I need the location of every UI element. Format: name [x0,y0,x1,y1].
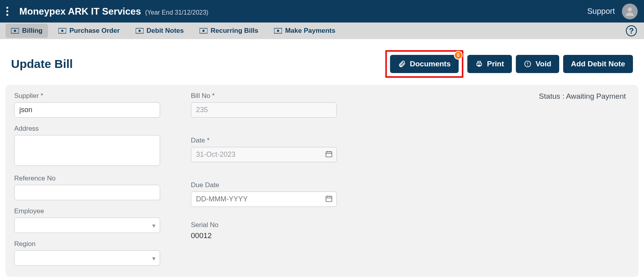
add-debit-note-button[interactable]: Add Debit Note [563,55,633,73]
field-reference-no: Reference No [14,175,180,200]
address-label: Address [14,125,180,133]
svg-rect-12 [478,61,480,63]
address-input[interactable] [14,135,160,166]
field-region: Region ▾ [14,240,180,266]
svg-rect-13 [478,65,480,67]
employee-label: Employee [14,207,180,215]
tab-make-payments[interactable]: Make Payments [269,24,341,38]
tab-debit-notes[interactable]: Debit Notes [130,24,189,38]
app-title-wrap: Moneypex ARK IT Services (Year End 31/12… [19,6,208,17]
serial-no-label: Serial No [191,221,357,229]
tab-label: Recurring Bills [211,27,258,35]
app-year-end: (Year End 31/12/2023) [145,9,208,16]
page: Update Bill Documents 0 Print [0,39,644,278]
button-label: Add Debit Note [571,60,625,68]
avatar[interactable] [622,4,638,19]
svg-point-8 [202,30,204,32]
serial-no-value: 00012 [191,231,357,240]
support-link[interactable]: Support [587,7,615,16]
page-header: Update Bill Documents 0 Print [6,43,638,85]
bill-icon [11,28,19,34]
help-icon[interactable]: ? [626,25,637,36]
void-button[interactable]: Void [516,55,559,73]
field-serial-no: Serial No 00012 [191,221,357,240]
reference-no-label: Reference No [14,175,180,182]
tab-purchase-order[interactable]: Purchase Order [53,24,125,38]
status-text: Status : Awaiting Payment [368,92,626,101]
field-employee: Employee ▾ [14,207,180,233]
field-due-date: Due Date [191,181,357,207]
action-buttons: Documents 0 Print Void [385,50,633,78]
date-input[interactable] [191,147,337,162]
user-icon [624,6,636,17]
supplier-label: Supplier * [14,92,180,100]
region-label: Region [14,240,180,248]
status-label: Status : [539,92,566,100]
svg-rect-17 [326,152,332,157]
app-menu-icon[interactable] [6,7,8,16]
region-select[interactable] [14,250,160,266]
field-supplier: Supplier * [14,92,180,118]
button-label: Documents [410,60,450,68]
print-button[interactable]: Print [467,55,512,73]
employee-select[interactable] [14,218,160,233]
bill-icon [274,28,282,34]
svg-point-0 [628,7,632,11]
top-bar: Moneypex ARK IT Services (Year End 31/12… [0,0,644,23]
tab-label: Make Payments [285,27,336,35]
documents-badge: 0 [454,51,463,60]
bill-no-label: Bill No * [191,92,357,100]
tab-label: Purchase Order [69,27,120,35]
svg-point-6 [138,30,140,32]
svg-point-4 [61,30,63,32]
field-address: Address [14,125,180,167]
print-icon [475,60,483,68]
form-panel: Supplier * Address Reference No Employee… [6,85,638,277]
documents-button[interactable]: Documents 0 [390,55,458,73]
due-date-input[interactable] [191,192,337,207]
alert-icon [524,60,532,68]
form-col-right: Status : Awaiting Payment [368,92,630,101]
svg-point-10 [277,30,279,32]
highlight-frame: Documents 0 [385,50,463,78]
due-date-label: Due Date [191,181,357,189]
form-col-left: Supplier * Address Reference No Employee… [14,92,180,266]
status-value: Awaiting Payment [566,92,626,100]
page-title: Update Bill [11,57,73,71]
svg-point-16 [527,65,528,66]
supplier-input[interactable] [14,102,160,118]
field-date: Date * [191,137,357,162]
form-col-middle: Bill No * Date * Due Date [191,92,357,240]
calendar-icon[interactable] [325,195,333,204]
field-bill-no: Bill No * [191,92,357,118]
tab-billing[interactable]: Billing [6,24,48,38]
tab-recurring-bills[interactable]: Recurring Bills [194,24,264,38]
secondary-nav: Billing Purchase Order Debit Notes Recur… [0,23,644,39]
tab-label: Debit Notes [147,27,184,35]
date-label: Date * [191,137,357,145]
svg-point-2 [14,30,16,32]
bill-no-input [191,102,337,118]
svg-rect-21 [326,196,332,201]
bill-icon [200,28,207,34]
tab-label: Billing [22,27,43,35]
bill-icon [58,28,66,34]
app-title: Moneypex ARK IT Services [19,6,141,17]
paperclip-icon [398,60,406,68]
button-label: Void [536,60,551,68]
reference-no-input[interactable] [14,185,160,200]
button-label: Print [487,60,504,68]
calendar-icon[interactable] [325,150,333,160]
bill-icon [136,28,144,34]
